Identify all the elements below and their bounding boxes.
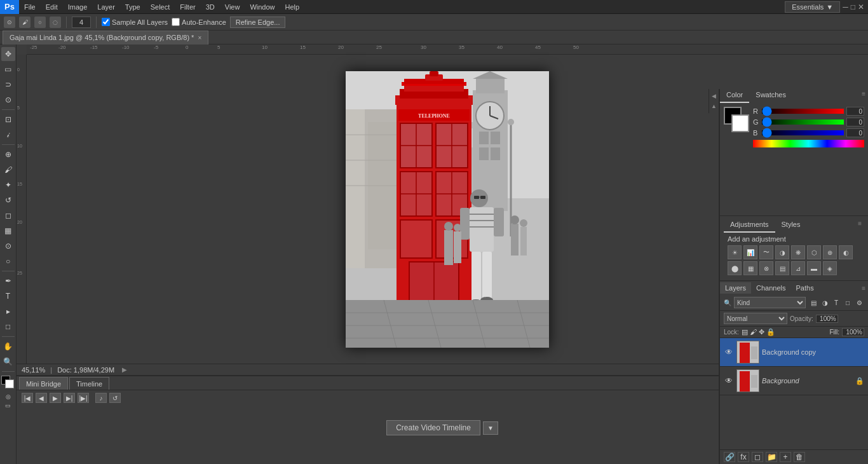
menu-image[interactable]: Image	[63, 2, 93, 12]
opacity-input[interactable]: 100%	[816, 315, 838, 323]
b-value[interactable]: 0	[846, 128, 864, 137]
menu-layer[interactable]: Layer	[92, 2, 120, 12]
lock-pixels-icon[interactable]: 🖌	[750, 328, 757, 336]
pixel-filter-icon[interactable]: ▤	[808, 297, 818, 308]
r-slider[interactable]	[762, 109, 844, 114]
marquee-tool[interactable]: ▭	[1, 62, 15, 76]
eraser-tool[interactable]: ◻	[1, 208, 15, 222]
invert-icon[interactable]: ⊗	[759, 261, 773, 275]
toggle-color-panel[interactable]: ◀	[710, 92, 719, 100]
g-slider[interactable]	[762, 119, 844, 125]
pen-tool[interactable]: ✒	[1, 274, 15, 288]
r-value[interactable]: 0	[846, 107, 864, 116]
brush-size-input[interactable]: 4	[72, 17, 91, 28]
move-tool[interactable]: ✥	[1, 47, 15, 61]
timeline-prev-frame[interactable]: ◀	[36, 393, 47, 403]
timeline-play[interactable]: ▶	[50, 393, 61, 403]
vibrance-icon[interactable]: ❋	[791, 245, 805, 259]
create-timeline-dropdown[interactable]: ▼	[483, 421, 498, 435]
adj-panel-menu[interactable]: ≡	[855, 219, 864, 233]
menu-filter[interactable]: Filter	[175, 2, 200, 12]
type-filter-icon[interactable]: T	[831, 297, 841, 308]
brightness-contrast-icon[interactable]: ☀	[728, 245, 742, 259]
essentials-button[interactable]: Essentials ▼	[785, 1, 840, 13]
menu-view[interactable]: View	[220, 2, 245, 12]
menu-help[interactable]: Help	[280, 2, 305, 12]
lock-all-icon[interactable]: 🔒	[766, 328, 775, 336]
quick-selection-tool[interactable]: ⊙	[1, 93, 15, 107]
quick-selection-tool-icon[interactable]: ⊙	[4, 17, 15, 28]
crop-tool[interactable]: ⊡	[1, 113, 15, 126]
mini-bridge-tab[interactable]: Mini Bridge	[19, 377, 68, 390]
fill-input[interactable]: 100%	[842, 328, 864, 336]
text-tool[interactable]: T	[1, 289, 15, 303]
screen-mode-btn[interactable]: ▭	[5, 402, 11, 409]
menu-file[interactable]: File	[19, 2, 41, 12]
layer-visibility-eye-2[interactable]: 👁	[724, 376, 734, 386]
minimize-button[interactable]: ─	[843, 3, 848, 11]
eyedropper-tool[interactable]: 𝒾	[1, 128, 15, 142]
b-slider[interactable]	[762, 130, 844, 135]
link-layers-button[interactable]: 🔗	[724, 452, 735, 462]
paths-tab[interactable]: Paths	[791, 282, 819, 294]
clone-stamp-tool[interactable]: ✦	[1, 178, 15, 192]
bw-icon[interactable]: ◐	[839, 245, 853, 259]
document-tab[interactable]: Gaja mai Linda 1.jpg @ 45,1% (Background…	[3, 31, 208, 44]
menu-window[interactable]: Window	[245, 2, 280, 12]
exposure-icon[interactable]: ◑	[775, 245, 789, 259]
gradient-tool[interactable]: ▦	[1, 224, 15, 238]
timeline-audio[interactable]: ♪	[95, 393, 107, 403]
color-lookup-icon[interactable]: ▦	[743, 261, 757, 275]
layer-item-background[interactable]: 👁 Background 🔒	[720, 367, 868, 395]
zoom-tool[interactable]: 🔍	[1, 355, 15, 369]
timeline-tab[interactable]: Timeline	[69, 377, 109, 390]
menu-type[interactable]: Type	[120, 2, 146, 12]
doc-info-arrow[interactable]: ▶	[122, 366, 127, 373]
menu-select[interactable]: Select	[146, 2, 175, 12]
gradient-map-icon[interactable]: ▬	[807, 261, 821, 275]
maximize-button[interactable]: □	[851, 3, 855, 11]
shape-tool[interactable]: □	[1, 320, 15, 334]
adjustments-tab[interactable]: Adjustments	[724, 219, 775, 233]
color-swatches[interactable]	[1, 376, 15, 390]
adjustment-filter-icon[interactable]: ◑	[820, 297, 830, 308]
color-panel-menu[interactable]: ≡	[859, 89, 868, 103]
spot-healing-tool[interactable]: ⊕	[1, 147, 15, 161]
dodge-tool[interactable]: ○	[1, 254, 15, 268]
threshold-icon[interactable]: ⊿	[791, 261, 805, 275]
add-layer-style-button[interactable]: fx	[738, 452, 749, 462]
refine-edge-button[interactable]: Refine Edge...	[230, 17, 286, 28]
brush-tool[interactable]: 🖌	[1, 163, 15, 177]
channels-tab[interactable]: Channels	[751, 282, 790, 294]
layers-tab[interactable]: Layers	[720, 282, 751, 294]
create-group-button[interactable]: 📁	[766, 452, 777, 462]
layer-item-background-copy[interactable]: 👁 Background copy	[720, 338, 868, 367]
refine-icon[interactable]: ◌	[50, 17, 61, 28]
curves-icon[interactable]: 〜	[759, 245, 773, 259]
layer-visibility-eye-1[interactable]: 👁	[724, 347, 734, 357]
lock-position-icon[interactable]: ✥	[759, 328, 764, 336]
path-selection-tool[interactable]: ▸	[1, 304, 15, 318]
styles-tab[interactable]: Styles	[775, 219, 807, 233]
menu-edit[interactable]: Edit	[41, 2, 63, 12]
color-spectrum[interactable]	[753, 140, 864, 147]
tab-close-button[interactable]: ×	[198, 34, 201, 41]
toggle-layers-panel[interactable]: ▲	[710, 102, 719, 111]
hsl-icon[interactable]: ⬡	[807, 245, 821, 259]
selective-color-icon[interactable]: ◈	[823, 261, 837, 275]
brush-icon[interactable]: 🖌	[19, 17, 31, 28]
create-video-timeline-button[interactable]: Create Video Timeline	[386, 420, 480, 435]
smart-filter-icon[interactable]: ⚙	[854, 297, 864, 308]
g-value[interactable]: 0	[846, 118, 864, 126]
auto-enhance-checkbox[interactable]	[172, 18, 180, 26]
menu-3d[interactable]: 3D	[201, 2, 220, 12]
levels-icon[interactable]: 📊	[743, 245, 757, 259]
history-brush-tool[interactable]: ↺	[1, 193, 15, 207]
posterize-icon[interactable]: ▤	[775, 261, 789, 275]
color-balance-icon[interactable]: ⊕	[823, 245, 837, 259]
add-mask-button[interactable]: ◻	[752, 452, 763, 462]
shape-filter-icon[interactable]: □	[843, 297, 853, 308]
brush2-icon[interactable]: ○	[34, 17, 46, 28]
background-color[interactable]	[731, 114, 749, 132]
blend-mode-select[interactable]: Normal	[724, 313, 787, 324]
